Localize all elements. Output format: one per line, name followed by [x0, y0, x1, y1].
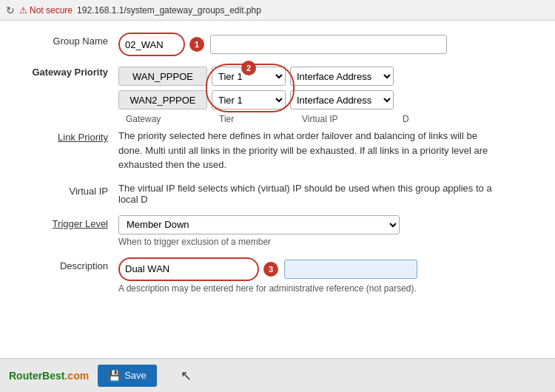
gateway-col-headers: Gateway Tier Virtual IP D: [118, 114, 540, 124]
gateway-row-1: WAN_PPPOE Tier 1 Tier 2 Tier 3 Never Int…: [118, 67, 540, 86]
group-name-input-wrapper: 1: [118, 33, 447, 56]
desc-circle-border: [118, 257, 259, 281]
gateway-row-2: WAN2_PPPOE Tier 1 Tier 2 Tier 3 Never In…: [118, 90, 540, 109]
gateway-priority-row: Gateway Priority 2 WAN_PPPOE Tier 1 Tier…: [15, 67, 540, 124]
main-content: Group Name 1 Gateway Priority 2 WAN_PPPO…: [0, 21, 555, 316]
description-extra-input[interactable]: [284, 260, 417, 279]
annotation-3: 3: [263, 262, 278, 277]
col-header-gateway: Gateway: [118, 114, 207, 124]
brand-logo: RouterBest.com: [9, 370, 89, 382]
reload-icon[interactable]: ↻: [6, 4, 15, 16]
link-priority-row: Link Priority The priority selected here…: [15, 129, 540, 172]
vip-select-2[interactable]: Interface Address: [290, 90, 394, 109]
link-priority-text: The priority selected here defines in wh…: [118, 129, 503, 172]
cursor-pointer: ↖: [181, 368, 192, 384]
col-header-tier: Tier: [212, 114, 290, 124]
col-header-d: D: [403, 114, 417, 124]
description-label: Description: [15, 257, 118, 271]
virtual-ip-row: Virtual IP The virtual IP field selects …: [15, 183, 540, 205]
not-secure-text: Not secure: [30, 5, 73, 16]
group-name-label: Group Name: [15, 33, 118, 47]
group-name-circle-border: [118, 33, 185, 56]
annotation-2-wrapper: 2: [237, 61, 256, 75]
trigger-level-col: Member Down Packet Loss High Latency Pac…: [118, 215, 400, 247]
gateway-rows-wrapper: 2 WAN_PPPOE Tier 1 Tier 2 Tier 3 Never I…: [118, 67, 540, 109]
annotation-2: 2: [241, 61, 256, 75]
description-input[interactable]: [122, 260, 255, 279]
group-name-row: Group Name 1: [15, 33, 540, 56]
trigger-level-label: Trigger Level: [15, 215, 118, 229]
tier-select-2[interactable]: Tier 1 Tier 2 Tier 3 Never: [212, 90, 286, 109]
annotation-1: 1: [189, 37, 204, 52]
description-row: Description 3 A description may be enter…: [15, 257, 540, 294]
trigger-level-row: Trigger Level Member Down Packet Loss Hi…: [15, 215, 540, 247]
bottom-bar: RouterBest.com 💾 Save ↖: [0, 358, 555, 392]
gw-name-1: WAN_PPPOE: [118, 67, 207, 86]
trigger-hint: When to trigger exclusion of a member: [118, 237, 400, 247]
browser-bar: ↻ ⚠ Not secure 192.168.1.1/system_gatewa…: [0, 0, 555, 21]
virtual-ip-text: The virtual IP field selects which (virt…: [118, 183, 503, 205]
not-secure-indicator: ⚠ Not secure: [19, 5, 73, 16]
link-priority-label: Link Priority: [15, 129, 118, 143]
brand-name: RouterBest.com: [9, 370, 89, 382]
save-button[interactable]: 💾 Save: [98, 365, 157, 387]
col-header-vip: Virtual IP: [295, 114, 398, 124]
group-name-extra-input[interactable]: [210, 35, 447, 54]
url-bar[interactable]: 192.168.1.1/system_gateway_groups_edit.p…: [77, 5, 261, 16]
warning-icon: ⚠: [19, 5, 27, 16]
vip-select-1[interactable]: Interface Address: [290, 67, 394, 86]
gateway-table-wrapper: 2 WAN_PPPOE Tier 1 Tier 2 Tier 3 Never I…: [118, 67, 540, 124]
group-name-input[interactable]: [122, 35, 181, 54]
description-col: 3 A description may be entered here for …: [118, 257, 417, 294]
description-hint: A description may be entered here for ad…: [118, 283, 417, 294]
trigger-level-select[interactable]: Member Down Packet Loss High Latency Pac…: [118, 215, 400, 234]
gateway-priority-label: Gateway Priority: [15, 67, 118, 78]
gw-name-2: WAN2_PPPOE: [118, 90, 207, 109]
desc-circle-wrapper: 3: [118, 257, 417, 281]
virtual-ip-label: Virtual IP: [15, 183, 118, 197]
save-label: Save: [124, 370, 147, 381]
save-icon: 💾: [108, 370, 121, 382]
